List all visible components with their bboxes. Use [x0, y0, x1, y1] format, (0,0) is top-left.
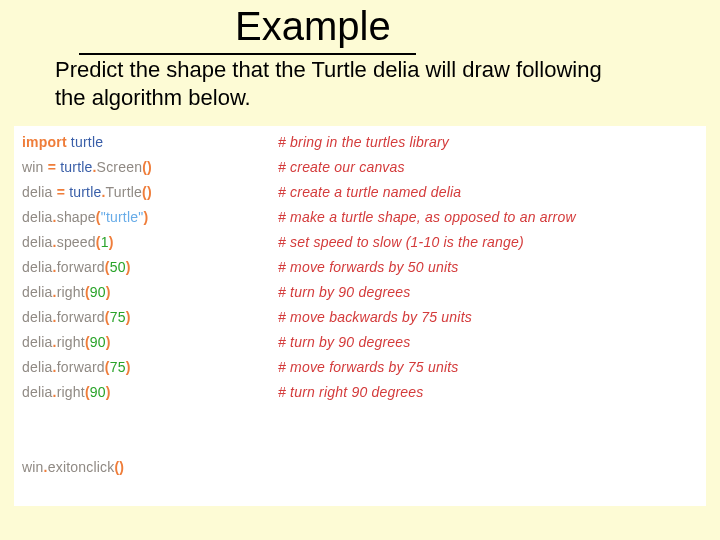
- code-tokens: delia.speed(1): [22, 234, 114, 250]
- code-tokens: delia.forward(75): [22, 359, 131, 375]
- code-line: delia.right(90)# turn right 90 degrees: [22, 380, 706, 405]
- code-line: win = turtle.Screen()# create our canvas: [22, 155, 706, 180]
- code-tokens: delia = turtle.Turtle(): [22, 184, 152, 200]
- code-tokens: delia.forward(50): [22, 259, 131, 275]
- code-comment: # bring in the turtles library: [278, 130, 449, 155]
- code-line: delia.speed(1)# set speed to slow (1-10 …: [22, 230, 706, 255]
- code-line: delia.forward(50)# move forwards by 50 u…: [22, 255, 706, 280]
- code-comment: # move forwards by 75 units: [278, 355, 458, 380]
- slide-title: Example: [235, 4, 391, 49]
- code-line: delia.right(90)# turn by 90 degrees: [22, 280, 706, 305]
- blank-gap: [22, 405, 706, 455]
- code-tokens: win = turtle.Screen(): [22, 159, 152, 175]
- prompt-text: Predict the shape that the Turtle delia …: [55, 56, 615, 111]
- code-tokens: delia.right(90): [22, 334, 111, 350]
- code-tokens: delia.right(90): [22, 384, 111, 400]
- code-comment: # make a turtle shape, as opposed to an …: [278, 205, 576, 230]
- code-line: delia.forward(75)# move backwards by 75 …: [22, 305, 706, 330]
- code-tokens: delia.shape("turtle"): [22, 209, 148, 225]
- code-panel: import turtle# bring in the turtles libr…: [14, 126, 706, 506]
- title-underline: [79, 53, 416, 55]
- code-line: delia = turtle.Turtle()# create a turtle…: [22, 180, 706, 205]
- code-comment: # create a turtle named delia: [278, 180, 461, 205]
- code-comment: # set speed to slow (1-10 is the range): [278, 230, 524, 255]
- code-line: delia.forward(75)# move forwards by 75 u…: [22, 355, 706, 380]
- code-line: win.exitonclick(): [22, 455, 706, 480]
- code-tokens: delia.right(90): [22, 284, 111, 300]
- code-tokens: delia.forward(75): [22, 309, 131, 325]
- code-comment: # turn right 90 degrees: [278, 380, 423, 405]
- code-tokens: import turtle: [22, 134, 103, 150]
- code-line: delia.right(90)# turn by 90 degrees: [22, 330, 706, 355]
- code-comment: # turn by 90 degrees: [278, 330, 410, 355]
- code-comment: # create our canvas: [278, 155, 405, 180]
- code-comment: # turn by 90 degrees: [278, 280, 410, 305]
- slide: Example Predict the shape that the Turtl…: [0, 0, 720, 540]
- code-line: import turtle# bring in the turtles libr…: [22, 130, 706, 155]
- code-line: delia.shape("turtle")# make a turtle sha…: [22, 205, 706, 230]
- code-comment: # move backwards by 75 units: [278, 305, 472, 330]
- code-comment: # move forwards by 50 units: [278, 255, 458, 280]
